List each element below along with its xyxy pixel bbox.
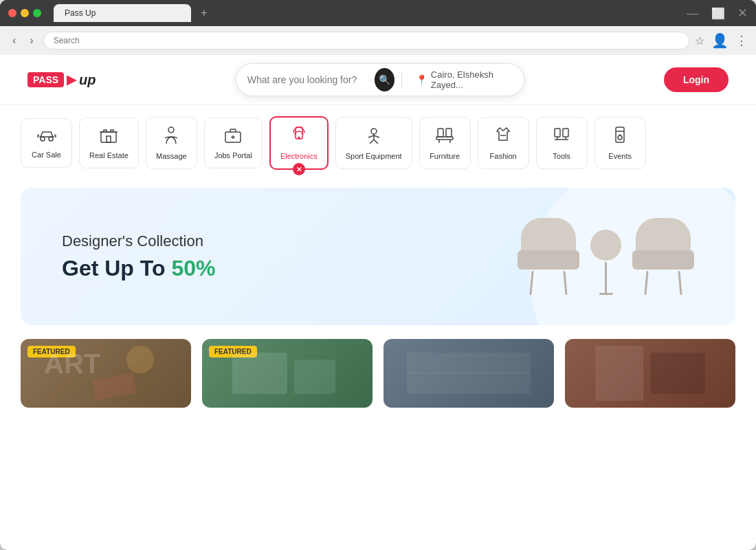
real-estate-icon (100, 126, 118, 147)
category-jobs-portal[interactable]: Jobs Portal (204, 118, 263, 168)
electronics-label: Electronics (280, 152, 318, 160)
browser-tab[interactable]: Pass Up (54, 4, 191, 22)
browser-titlebar: Pass Up + — ⬜ ✕ (0, 0, 756, 26)
search-icon: 🔍 (379, 74, 390, 85)
svg-point-1 (49, 137, 53, 141)
browser-menu-icon[interactable]: ⋮ (735, 33, 748, 48)
svg-rect-12 (438, 129, 443, 137)
events-icon (613, 126, 627, 148)
category-real-estate[interactable]: Real Estate (79, 118, 139, 168)
featured-card-2[interactable]: FEATURED (202, 339, 373, 408)
forward-button[interactable]: › (25, 32, 37, 50)
search-location-container: 🔍 📍 Cairo, Elsheksh Zayed... (236, 63, 524, 96)
sport-equipment-label: Sport Equipment (346, 152, 402, 160)
leg2 (563, 271, 567, 295)
leg1 (529, 271, 533, 295)
svg-point-5 (168, 127, 174, 133)
window-maximize-button[interactable]: ⬜ (711, 7, 725, 20)
chair-left (518, 218, 579, 295)
tools-label: Tools (553, 152, 570, 160)
massage-icon (162, 126, 180, 148)
window-close-button[interactable]: ✕ (737, 6, 748, 21)
traffic-lights (8, 9, 41, 17)
featured-card-1[interactable]: FEATURED ART (21, 339, 191, 408)
category-sport-equipment[interactable]: Sport Equipment (335, 117, 412, 169)
browser-navbar: ‹ › ☆ 👤 ⋮ (0, 26, 756, 55)
category-tools[interactable]: Tools (536, 117, 588, 169)
tab-label: Pass Up (65, 8, 96, 18)
address-bar-input[interactable] (43, 32, 689, 50)
logo-arrow-icon: ▶ (67, 72, 76, 87)
featured-card-3[interactable] (383, 339, 554, 408)
furniture-icon (435, 126, 454, 148)
electronics-icon (290, 126, 308, 148)
logo-up-text: up (79, 72, 96, 88)
hero-banner: Designer's Collection Get Up To 50% (21, 188, 735, 325)
tools-icon (552, 126, 571, 148)
category-furniture[interactable]: Furniture (419, 117, 471, 169)
location-pin-icon: 📍 (416, 74, 427, 85)
hero-title: Get Up To 50% (62, 256, 215, 281)
leg4 (678, 271, 682, 295)
svg-point-11 (371, 129, 377, 134)
back-button[interactable]: ‹ (8, 32, 20, 50)
location-display[interactable]: 📍 Cairo, Elsheksh Zayed... (409, 69, 520, 90)
category-electronics[interactable]: Electronics ✕ (269, 116, 329, 170)
category-massage[interactable]: Massage (146, 117, 197, 169)
svg-point-0 (41, 137, 45, 141)
fashion-label: Fashion (490, 152, 517, 160)
bookmark-icon[interactable]: ☆ (695, 34, 704, 47)
car-sale-label: Car Sale (32, 151, 61, 159)
chair-seat-right (632, 250, 694, 270)
svg-rect-3 (107, 136, 111, 142)
new-tab-button[interactable]: + (201, 7, 207, 19)
svg-rect-14 (436, 137, 453, 140)
svg-rect-35 (650, 353, 705, 394)
chair-legs-left (531, 271, 566, 295)
website-content: PASS ▶ up 🔍 📍 Cairo, Elsheksh Zayed... L… (0, 55, 756, 550)
chair-seat-left (518, 250, 579, 270)
svg-rect-18 (555, 129, 560, 137)
close-traffic-light[interactable] (8, 9, 16, 17)
svg-point-25 (618, 135, 622, 140)
svg-rect-19 (563, 129, 568, 137)
furniture-label: Furniture (430, 152, 460, 160)
leg3 (644, 271, 648, 295)
table-base (599, 293, 613, 295)
svg-rect-34 (595, 346, 643, 401)
featured-cards-section: FEATURED ART FEATURED (0, 339, 756, 421)
car-sale-icon (37, 127, 56, 146)
svg-rect-2 (101, 132, 116, 142)
category-events[interactable]: Events (594, 117, 646, 169)
table-top (590, 230, 621, 261)
hero-title-highlight: 50% (171, 256, 215, 280)
jobs-portal-icon (224, 126, 242, 147)
maximize-traffic-light[interactable] (33, 9, 41, 17)
user-profile-icon[interactable]: 👤 (711, 32, 729, 49)
real-estate-label: Real Estate (89, 151, 129, 160)
window-minimize-button[interactable]: — (687, 6, 699, 21)
svg-rect-30 (232, 353, 287, 394)
minimize-traffic-light[interactable] (21, 9, 29, 17)
login-button[interactable]: Login (664, 67, 729, 92)
svg-point-10 (298, 138, 300, 139)
category-fashion[interactable]: Fashion (478, 117, 529, 169)
side-table (590, 230, 621, 295)
massage-label: Massage (156, 152, 187, 160)
jobs-portal-label: Jobs Portal (214, 151, 252, 160)
fashion-icon (494, 126, 512, 148)
chair-legs-right (645, 271, 681, 295)
svg-point-28 (126, 346, 154, 373)
svg-rect-13 (446, 129, 452, 137)
chair-right (632, 218, 694, 295)
featured-card-4[interactable] (565, 339, 735, 408)
electronics-close-badge[interactable]: ✕ (293, 163, 305, 175)
category-car-sale[interactable]: Car Sale (21, 118, 72, 168)
search-button[interactable]: 🔍 (375, 68, 394, 91)
location-text: Cairo, Elsheksh Zayed... (431, 69, 513, 90)
logo-pass-text: PASS (27, 72, 64, 87)
svg-text:ART: ART (44, 349, 100, 379)
search-input[interactable] (247, 74, 368, 85)
table-leg (605, 262, 607, 293)
hero-text-section: Designer's Collection Get Up To 50% (62, 232, 215, 281)
